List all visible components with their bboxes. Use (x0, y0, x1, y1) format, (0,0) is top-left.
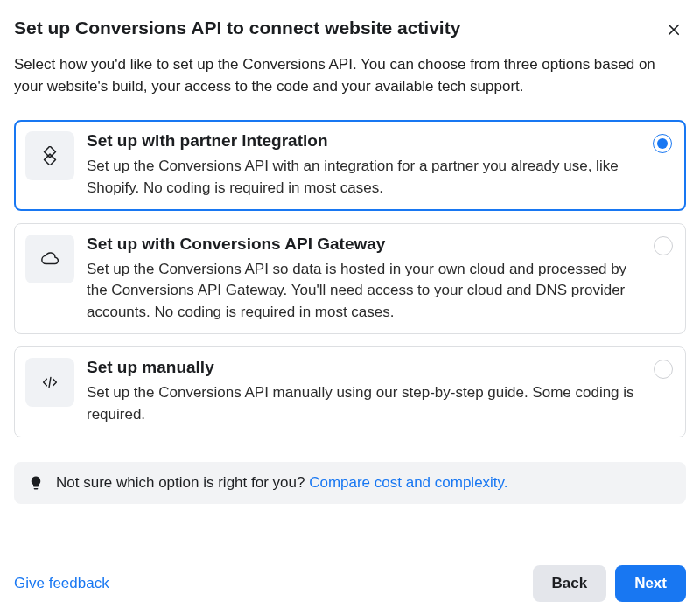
partner-integration-icon (40, 146, 60, 165)
option-api-gateway[interactable]: Set up with Conversions API Gateway Set … (14, 223, 686, 335)
give-feedback-link[interactable]: Give feedback (14, 575, 109, 592)
cloud-icon (40, 249, 60, 269)
page-subtitle: Select how you'd like to set up the Conv… (14, 54, 670, 97)
lightbulb-icon (28, 475, 44, 491)
compare-link[interactable]: Compare cost and complexity. (309, 474, 508, 491)
option-description: Set up the Conversions API with an integ… (87, 156, 636, 199)
close-icon (666, 22, 682, 38)
svg-rect-3 (45, 154, 56, 165)
hint-bar: Not sure which option is right for you? … (14, 462, 686, 504)
svg-line-4 (49, 378, 51, 388)
code-icon (40, 373, 60, 392)
svg-rect-2 (45, 146, 56, 158)
option-title: Set up manually (87, 358, 636, 377)
hint-text: Not sure which option is right for you? (56, 474, 309, 491)
option-description: Set up the Conversions API so data is ho… (87, 259, 636, 324)
option-title: Set up with Conversions API Gateway (87, 234, 636, 254)
option-radio[interactable] (654, 236, 673, 256)
option-description: Set up the Conversions API manually usin… (87, 382, 636, 425)
option-manual[interactable]: Set up manually Set up the Conversions A… (14, 346, 686, 437)
option-icon-box (25, 358, 74, 407)
option-title: Set up with partner integration (87, 131, 636, 150)
back-button[interactable]: Back (533, 565, 607, 602)
close-button[interactable] (662, 18, 686, 42)
next-button[interactable]: Next (615, 565, 686, 602)
options-list: Set up with partner integration Set up t… (14, 120, 686, 437)
option-icon-box (25, 234, 74, 284)
option-icon-box (25, 131, 74, 180)
option-partner-integration[interactable]: Set up with partner integration Set up t… (14, 120, 686, 210)
page-title: Set up Conversions API to connect websit… (14, 18, 460, 38)
